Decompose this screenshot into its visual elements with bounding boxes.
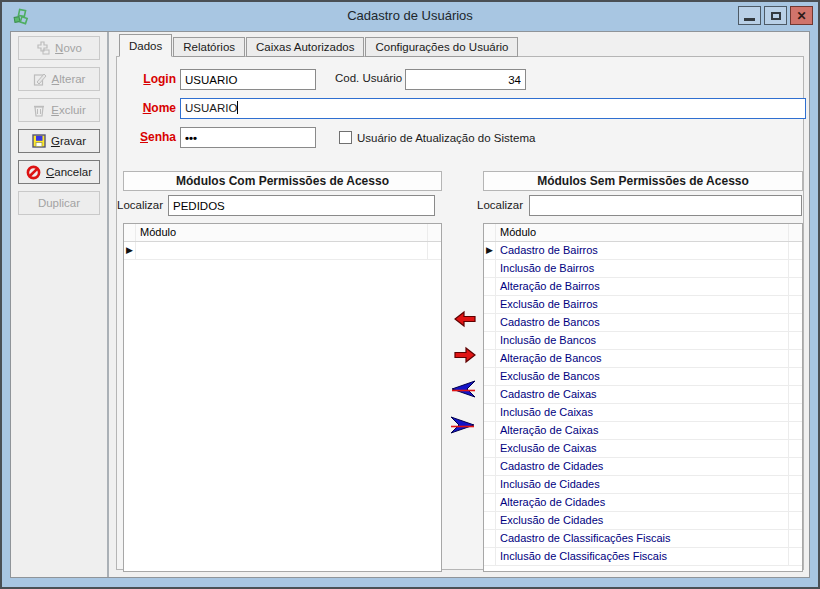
sidebar: Novo Alterar Excluir — [11, 32, 109, 577]
table-row[interactable]: Cadastro de Caixas — [484, 386, 802, 404]
tab-caixas-autorizados[interactable]: Caixas Autorizados — [246, 37, 364, 57]
blue-right-arrow-icon — [449, 415, 477, 435]
senha-label: Senha — [119, 130, 176, 144]
red-left-arrow-icon — [453, 310, 477, 328]
row-current-marker: ▶ — [484, 242, 496, 259]
app-body: Novo Alterar Excluir — [10, 31, 810, 578]
module-cell: Inclusão de Cidades — [496, 476, 789, 493]
table-row[interactable]: Alteração de Bancos — [484, 350, 802, 368]
login-input[interactable] — [180, 69, 316, 90]
table-row[interactable]: ▶ — [124, 242, 441, 260]
close-icon: ✕ — [796, 9, 806, 23]
move-one-right-button[interactable] — [451, 345, 479, 367]
table-row[interactable]: ▶ Cadastro de Bairros — [484, 242, 802, 260]
red-right-arrow-icon — [453, 346, 477, 364]
minimize-button[interactable] — [738, 6, 761, 25]
table-row[interactable]: Inclusão de Caixas — [484, 404, 802, 422]
row-current-marker — [484, 530, 496, 547]
main-area: Dados Relatórios Caixas Autorizados Conf… — [111, 32, 809, 577]
excluir-label: Excluir — [51, 104, 86, 116]
table-row[interactable]: Cadastro de Cidades — [484, 458, 802, 476]
cod-usuario-input[interactable] — [405, 69, 526, 90]
table-row[interactable]: Inclusão de Bairros — [484, 260, 802, 278]
maximize-button[interactable] — [764, 6, 787, 25]
table-row[interactable]: Cadastro de Bancos — [484, 314, 802, 332]
localizar-right-input[interactable] — [529, 195, 802, 216]
module-cell: Inclusão de Bairros — [496, 260, 789, 277]
nome-label: Nome — [119, 101, 176, 115]
tab-relatorios[interactable]: Relatórios — [173, 37, 245, 57]
table-row[interactable]: Inclusão de Classificações Fiscais — [484, 548, 802, 566]
modules-with-access-title: Módulos Com Permissões de Acesso — [123, 171, 442, 191]
tabpage-dados: Login Cod. Usuário Nome USUARIO Senha Us… — [116, 56, 804, 570]
module-column-header: Módulo — [136, 224, 428, 241]
localizar-right-label: Localizar — [477, 199, 523, 211]
tab-dados[interactable]: Dados — [119, 34, 172, 57]
novo-label: Novo — [55, 42, 82, 54]
module-cell: Cadastro de Bancos — [496, 314, 789, 331]
module-cell: Alteração de Bancos — [496, 350, 789, 367]
table-row[interactable]: Inclusão de Cidades — [484, 476, 802, 494]
close-button[interactable]: ✕ — [790, 6, 813, 25]
modules-without-access-title: Módulos Sem Permissões de Acesso — [483, 171, 803, 191]
table-row[interactable]: Cadastro de Classificações Fiscais — [484, 530, 802, 548]
modules-without-access-grid: Módulo ▶ Cadastro de Bairros — [483, 223, 803, 572]
nome-input[interactable]: USUARIO — [180, 98, 806, 119]
grid-body-left: ▶ — [124, 242, 441, 260]
move-all-right-button[interactable] — [449, 415, 477, 437]
gravar-button[interactable]: Gravar — [18, 129, 100, 153]
row-current-marker — [484, 422, 496, 439]
table-row[interactable]: Alteração de Caixas — [484, 422, 802, 440]
row-current-marker — [484, 260, 496, 277]
row-current-marker — [484, 386, 496, 403]
novo-button[interactable]: Novo — [18, 36, 100, 60]
row-current-marker — [484, 476, 496, 493]
new-record-icon — [36, 41, 50, 55]
excluir-button[interactable]: Excluir — [18, 98, 100, 122]
module-column-header: Módulo — [496, 224, 789, 241]
row-current-marker — [484, 368, 496, 385]
cancel-icon — [26, 165, 41, 180]
alterar-button[interactable]: Alterar — [18, 67, 100, 91]
localizar-left-input[interactable] — [168, 195, 435, 216]
update-user-checkbox[interactable] — [339, 131, 352, 144]
row-current-marker — [484, 278, 496, 295]
grid-header-row: Módulo — [124, 224, 441, 242]
text-caret — [237, 101, 238, 114]
module-cell: Exclusão de Bairros — [496, 296, 789, 313]
grid-header-row: Módulo — [484, 224, 802, 242]
row-current-marker — [484, 332, 496, 349]
tab-configuracoes-usuario[interactable]: Configurações do Usuário — [365, 37, 518, 57]
save-icon — [32, 134, 46, 148]
module-cell: Cadastro de Classificações Fiscais — [496, 530, 789, 547]
blue-left-arrow-icon — [449, 379, 477, 399]
modules-with-access-grid: Módulo ▶ — [123, 223, 442, 572]
row-indicator-header — [124, 224, 136, 241]
module-cell: Alteração de Bairros — [496, 278, 789, 295]
table-row[interactable]: Inclusão de Bancos — [484, 332, 802, 350]
minimize-icon — [744, 18, 755, 21]
row-current-marker — [484, 440, 496, 457]
table-row[interactable]: Exclusão de Caixas — [484, 440, 802, 458]
row-current-marker — [484, 548, 496, 565]
table-row[interactable]: Exclusão de Bancos — [484, 368, 802, 386]
table-row[interactable]: Exclusão de Bairros — [484, 296, 802, 314]
move-one-left-button[interactable] — [451, 309, 479, 331]
module-cell: Exclusão de Bancos — [496, 368, 789, 385]
module-cell: Alteração de Cidades — [496, 494, 789, 511]
module-cell: Alteração de Caixas — [496, 422, 789, 439]
cod-usuario-label: Cod. Usuário — [335, 72, 402, 84]
table-row[interactable]: Exclusão de Cidades — [484, 512, 802, 530]
app-window: Cadastro de Usuários ✕ Novo Alterar — [0, 0, 820, 589]
senha-input[interactable] — [180, 127, 316, 148]
cancelar-button[interactable]: Cancelar — [18, 160, 100, 184]
move-all-left-button[interactable] — [449, 379, 477, 401]
duplicar-button[interactable]: Duplicar — [18, 191, 100, 215]
duplicar-label: Duplicar — [38, 197, 80, 209]
row-current-marker — [484, 494, 496, 511]
row-current-marker — [484, 296, 496, 313]
titlebar: Cadastro de Usuários ✕ — [2, 2, 818, 30]
table-row[interactable]: Alteração de Cidades — [484, 494, 802, 512]
localizar-left-label: Localizar — [117, 199, 163, 211]
table-row[interactable]: Alteração de Bairros — [484, 278, 802, 296]
